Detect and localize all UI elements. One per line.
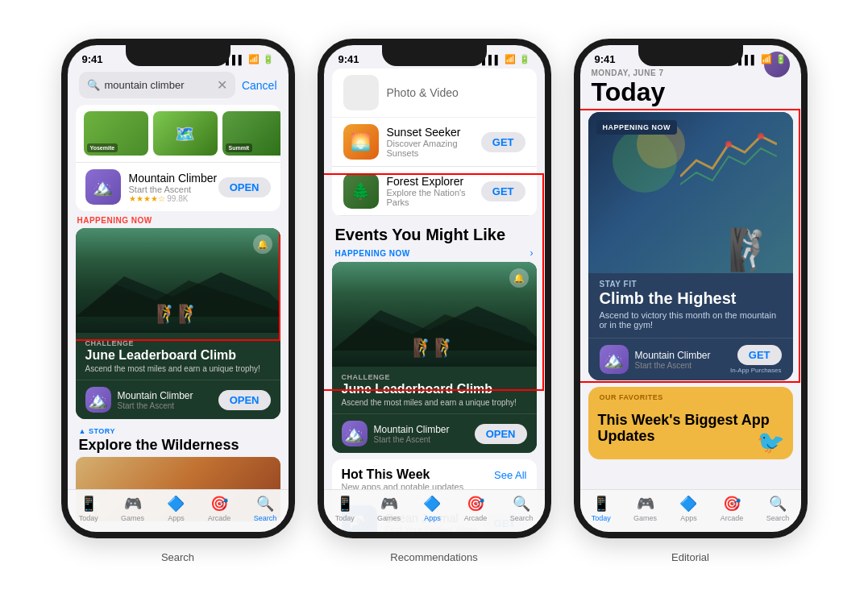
editorial-card-container: HAPPENING NOW 🧗 — [580, 112, 801, 380]
battery-icon-1: 🔋 — [263, 54, 274, 64]
tab-search-3[interactable]: 🔍 Search — [766, 495, 790, 522]
tab-today-3[interactable]: 📱 Today — [592, 495, 611, 522]
rec-cat-name: Photo & Video — [387, 86, 525, 99]
tab-games-label-1: Games — [121, 514, 144, 522]
happening-row-2: HAPPENING NOW › — [324, 247, 545, 262]
tab-games-2[interactable]: 🎮 Games — [377, 495, 401, 522]
rec-fe-sub: Explore the Nation's Parks — [387, 188, 481, 207]
tab-arcade-icon-1: 🎯 — [210, 495, 228, 513]
editorial-card-3[interactable]: HAPPENING NOW 🧗 — [588, 112, 793, 380]
editorial-action-col: GET In-App Purchases — [730, 345, 782, 374]
happening-now-label-2: HAPPENING NOW — [335, 249, 410, 258]
rec-cat-info: Photo & Video — [387, 86, 525, 99]
event-card-body-2: CHALLENGE June Leaderboard Climb Ascend … — [332, 367, 537, 413]
event-card-body-1: CHALLENGE June Leaderboard Climb Ascend … — [76, 333, 280, 380]
story-icon-1: ▲ — [79, 427, 86, 435]
thumb-3: Summit — [222, 111, 280, 156]
bell-icon-2[interactable]: 🔔 — [509, 268, 529, 288]
battery-icon-2: 🔋 — [519, 54, 530, 64]
mc-app-name: Mountain Climber — [129, 172, 218, 185]
tab-apps-label-1: Apps — [168, 514, 185, 522]
editorial-screen: 9:41 ▌▌▌ 📶 🔋 Monday, June 7 Today — [580, 45, 801, 532]
tab-apps-label-3: Apps — [680, 514, 697, 522]
tab-today-2[interactable]: 📱 Today — [335, 495, 355, 522]
our-fav-tag-3: OUR FAVORITES — [600, 393, 663, 401]
tab-arcade-2[interactable]: 🎯 Arcade — [464, 495, 488, 522]
editorial-get-btn-3[interactable]: GET — [737, 345, 782, 365]
event-tag-2: CHALLENGE — [342, 373, 527, 381]
top-apps-card: Photo & Video 🌅 Sunset Seeker Discover A… — [332, 69, 537, 216]
editorial-app-sub-3: Start the Ascent — [635, 361, 730, 370]
event-app-row-2: 🏔️ Mountain Climber Start the Ascent OPE… — [332, 413, 537, 453]
tab-search-label-1: Search — [254, 514, 277, 522]
event-title-1: June Leaderboard Climb — [85, 347, 271, 363]
event-app-info-1: Mountain Climber Start the Ascent — [118, 390, 218, 410]
search-clear-icon[interactable]: ✕ — [217, 77, 227, 93]
editorial-desc-3: Ascend to victory this month on the moun… — [600, 310, 782, 330]
tab-today-label-3: Today — [592, 514, 611, 522]
phone-rec-label: Recommendations — [390, 551, 477, 563]
event-app-sub-2: Start the Ascent — [374, 435, 475, 444]
rec-fe-name: Forest Explorer — [387, 175, 481, 188]
tab-search-2[interactable]: 🔍 Search — [510, 495, 534, 522]
event-card-2[interactable]: 🧗🧗 🔔 CHALLENGE June Leaderboard Climb As… — [332, 262, 537, 453]
search-query: mountain climber — [105, 79, 185, 91]
editorial-happening-badge-3: HAPPENING NOW — [596, 120, 678, 135]
app-row-mc: 🏔️ Mountain Climber Start the Ascent ★★★… — [76, 162, 280, 211]
search-icon-1: 🔍 — [87, 79, 100, 91]
editorial-app-info-3: Mountain Climber Start the Ascent — [635, 350, 730, 370]
event-title-2: June Leaderboard Climb — [342, 381, 527, 396]
thumbnail-row: Yosemite 🗺️ Summit — [76, 105, 280, 162]
svg-point-5 — [758, 133, 764, 139]
rec-ss-btn[interactable]: GET — [481, 132, 525, 152]
event-tag-1: CHALLENGE — [85, 339, 271, 347]
our-fav-content: OUR FAVORITES This Week's Biggest App Up… — [598, 401, 783, 445]
rec-fe-btn[interactable]: GET — [481, 181, 525, 201]
hot-header-2: Hot This Week New apps and notable updat… — [342, 467, 527, 492]
search-bar[interactable]: 🔍 mountain climber ✕ — [79, 72, 235, 98]
tab-apps-1[interactable]: 🔷 Apps — [167, 495, 185, 522]
event-card-2-container: 🧗🧗 🔔 CHALLENGE June Leaderboard Climb As… — [324, 262, 545, 453]
tab-games-icon-3: 🎮 — [637, 495, 654, 513]
thumb-1: Yosemite — [84, 111, 148, 156]
rec-ss-row[interactable]: 🌅 Sunset Seeker Discover Amazing Sunsets… — [332, 118, 537, 167]
tab-arcade-icon-2: 🎯 — [467, 495, 484, 513]
hikers-2: 🧗🧗 — [413, 338, 456, 359]
event-card-img-2: 🧗🧗 🔔 — [332, 262, 537, 367]
rec-ss-sub: Discover Amazing Sunsets — [387, 139, 481, 158]
event-app-row-1: 🏔️ Mountain Climber Start the Ascent OPE… — [76, 380, 280, 419]
tab-games-1[interactable]: 🎮 Games — [121, 495, 144, 522]
event-open-btn-1[interactable]: OPEN — [218, 390, 271, 410]
event-open-btn-2[interactable]: OPEN — [475, 424, 527, 444]
svg-point-4 — [725, 141, 732, 147]
mc-open-btn[interactable]: OPEN — [218, 177, 271, 197]
phone-search-wrapper: 9:41 ▌▌▌ 📶 🔋 🔍 mountain climber ✕ Cancel — [61, 39, 295, 563]
event-desc-1: Ascend the most miles and earn a unique … — [85, 364, 271, 373]
tab-arcade-3[interactable]: 🎯 Arcade — [721, 495, 744, 522]
tab-search-1[interactable]: 🔍 Search — [254, 495, 277, 522]
event-app-sub-1: Start the Ascent — [118, 401, 218, 410]
tab-today-1[interactable]: 📱 Today — [79, 495, 98, 522]
tab-apps-2[interactable]: 🔷 Apps — [423, 495, 441, 522]
tab-arcade-label-3: Arcade — [721, 514, 744, 522]
hikers-1: 🧗🧗 — [156, 304, 200, 325]
tab-games-3[interactable]: 🎮 Games — [633, 495, 657, 522]
tab-games-icon-2: 🎮 — [380, 495, 398, 513]
tab-bar-1: 📱 Today 🎮 Games 🔷 Apps 🎯 Arcade — [68, 489, 289, 532]
our-fav-card-3[interactable]: OUR FAVORITES This Week's Biggest App Up… — [588, 387, 793, 459]
see-more-icon-2[interactable]: › — [530, 247, 534, 259]
hot-see-all-2[interactable]: See All — [494, 469, 526, 481]
tab-arcade-icon-3: 🎯 — [723, 495, 741, 513]
rec-cat-row[interactable]: Photo & Video — [332, 69, 537, 118]
event-app-name-1: Mountain Climber — [118, 390, 218, 401]
tab-search-icon-3: 🔍 — [769, 495, 787, 513]
wifi-icon-1: 📶 — [248, 54, 260, 64]
search-cancel-btn[interactable]: Cancel — [242, 79, 277, 92]
bell-icon-1[interactable]: 🔔 — [253, 235, 272, 254]
tab-apps-3[interactable]: 🔷 Apps — [679, 495, 697, 522]
rec-fe-row[interactable]: 🌲 Forest Explorer Explore the Nation's P… — [332, 167, 537, 216]
editorial-chart-svg — [680, 128, 777, 193]
event-card-1[interactable]: 🧗🧗 🔔 CHALLENGE June Leaderboard Climb As… — [76, 228, 280, 419]
tab-arcade-1[interactable]: 🎯 Arcade — [208, 495, 231, 522]
editorial-tag-3: STAY FIT — [600, 280, 782, 289]
